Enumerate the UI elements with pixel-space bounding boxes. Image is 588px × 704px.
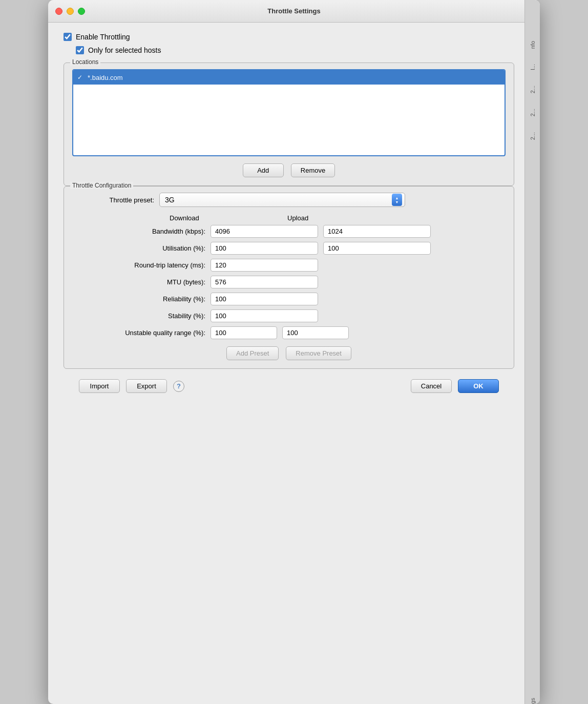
bottom-bar: Import Export ? Cancel OK	[64, 369, 514, 403]
mtu-row: MTU (bytes):	[72, 276, 506, 288]
column-headers: Download Upload	[164, 214, 506, 222]
side-panel-text-6: gs	[530, 698, 536, 704]
side-panel-text-2: l...	[530, 64, 536, 70]
enable-throttling-row: Enable Throttling	[64, 33, 514, 41]
help-button[interactable]: ?	[173, 381, 184, 392]
reliability-row: Reliability (%):	[72, 293, 506, 305]
bandwidth-upload-input[interactable]	[323, 225, 431, 238]
ok-button[interactable]: OK	[458, 379, 499, 393]
unstable-quality-to-input[interactable]	[282, 326, 349, 339]
window-title: Throttle Settings	[267, 7, 320, 15]
maximize-button[interactable]	[78, 8, 85, 15]
titlebar: Throttle Settings	[48, 0, 540, 23]
utilisation-row: Utilisation (%):	[72, 242, 506, 255]
list-empty-area	[73, 85, 505, 146]
bottom-right-buttons: Cancel OK	[411, 379, 499, 393]
remove-preset-button[interactable]: Remove Preset	[286, 346, 351, 360]
unstable-quality-label: Unstable quality range (%):	[72, 329, 205, 337]
only-selected-hosts-checkbox[interactable]	[76, 46, 84, 54]
list-item[interactable]: ✓ *.baidu.com	[73, 70, 505, 85]
minimize-button[interactable]	[67, 8, 74, 15]
locations-group-title: Locations	[70, 58, 100, 66]
utilisation-download-input[interactable]	[211, 242, 318, 255]
cancel-button[interactable]: Cancel	[411, 379, 452, 393]
export-button[interactable]: Export	[126, 379, 167, 393]
bandwidth-row: Bandwidth (kbps):	[72, 225, 506, 238]
throttle-config-title: Throttle Configuration	[70, 182, 133, 189]
bandwidth-label: Bandwidth (kbps):	[72, 227, 205, 235]
stability-row: Stability (%):	[72, 309, 506, 322]
side-panel-text-4: 2...	[530, 109, 536, 116]
unstable-quality-row: Unstable quality range (%):	[72, 326, 506, 339]
locations-group: Locations ✓ *.baidu.com Add Remove	[64, 63, 514, 186]
import-button[interactable]: Import	[79, 379, 120, 393]
only-selected-hosts-label: Only for selected hosts	[88, 46, 161, 54]
side-panel-text-1: nfo	[530, 41, 536, 49]
preset-select[interactable]: Custom 3G 4G DSL Cable WiFi	[159, 193, 405, 207]
enable-throttling-checkbox[interactable]	[64, 33, 72, 41]
bandwidth-download-input[interactable]	[211, 225, 318, 238]
locations-list[interactable]: ✓ *.baidu.com	[72, 69, 506, 156]
only-selected-hosts-row: Only for selected hosts	[64, 46, 514, 54]
latency-row: Round-trip latency (ms):	[72, 259, 506, 272]
add-preset-button[interactable]: Add Preset	[226, 346, 279, 360]
preset-row: Throttle preset: Custom 3G 4G DSL Cable …	[72, 193, 506, 207]
reliability-input[interactable]	[211, 293, 318, 305]
close-button[interactable]	[55, 8, 62, 15]
stability-label: Stability (%):	[72, 312, 205, 320]
preset-select-wrapper: Custom 3G 4G DSL Cable WiFi	[159, 193, 405, 207]
list-item-check: ✓	[77, 74, 88, 81]
list-item-text: *.baidu.com	[88, 74, 123, 81]
remove-location-button[interactable]: Remove	[291, 163, 335, 177]
side-panel-text-3: 2...	[530, 86, 536, 93]
preset-buttons: Add Preset Remove Preset	[72, 346, 506, 360]
mtu-input[interactable]	[211, 276, 318, 288]
latency-input[interactable]	[211, 259, 318, 272]
stability-input[interactable]	[211, 309, 318, 322]
preset-label: Throttle preset:	[72, 196, 154, 204]
mtu-label: MTU (bytes):	[72, 278, 205, 286]
latency-label: Round-trip latency (ms):	[72, 261, 205, 269]
window-controls	[55, 8, 85, 15]
unstable-quality-from-input[interactable]	[211, 326, 277, 339]
locations-buttons: Add Remove	[72, 163, 506, 177]
download-column-header: Download	[164, 214, 282, 222]
reliability-label: Reliability (%):	[72, 295, 205, 303]
throttle-config-group: Throttle Configuration Throttle preset: …	[64, 186, 514, 369]
side-panel-text-5: 2...	[530, 132, 536, 140]
enable-throttling-label: Enable Throttling	[76, 33, 130, 41]
add-location-button[interactable]: Add	[243, 163, 284, 177]
utilisation-label: Utilisation (%):	[72, 244, 205, 252]
main-window: Throttle Settings nfo l... 2... 2... 2..…	[48, 0, 540, 704]
utilisation-upload-input[interactable]	[323, 242, 431, 255]
upload-column-header: Upload	[282, 214, 400, 222]
side-panel: nfo l... 2... 2... 2... gs	[524, 0, 540, 704]
